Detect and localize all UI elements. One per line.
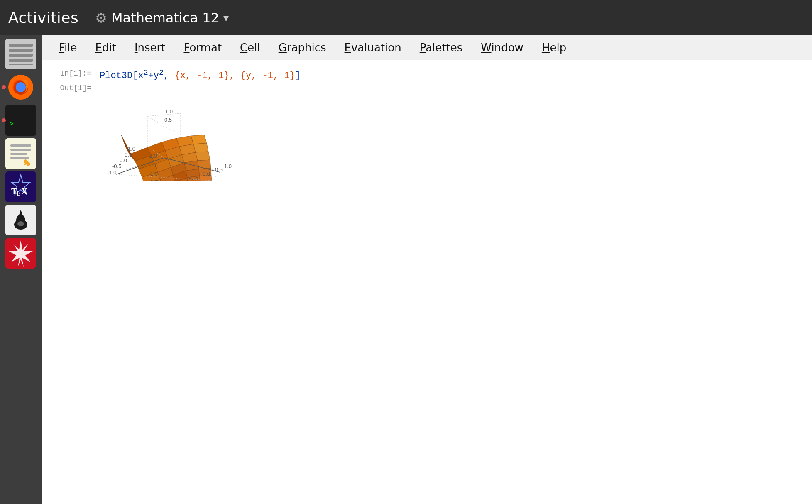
output-cell: Out[1]= xyxy=(54,83,800,182)
sidebar-icon-files[interactable] xyxy=(5,39,36,69)
menu-cell[interactable]: Cell xyxy=(231,38,269,57)
svg-text:1.0: 1.0 xyxy=(165,108,173,115)
svg-point-8 xyxy=(16,82,26,92)
svg-rect-2 xyxy=(9,49,33,52)
menu-file[interactable]: File xyxy=(50,38,86,57)
svg-text:-1.0: -1.0 xyxy=(107,169,116,176)
svg-text:2.0: 2.0 xyxy=(149,153,157,159)
app-title-bar: ⚙ Mathematica 12 ▾ xyxy=(95,10,229,26)
svg-text:_: _ xyxy=(10,111,14,120)
output-cell-label: Out[1]= xyxy=(54,83,91,92)
svg-text:1.5: 1.5 xyxy=(150,162,158,169)
svg-marker-43 xyxy=(193,143,208,152)
svg-rect-5 xyxy=(9,64,33,65)
notebook: In[1]:= Plot3D[x2+y2, {x, -1, 1}, {y, -1… xyxy=(42,60,812,504)
app-name-label[interactable]: Mathematica 12 xyxy=(111,10,219,26)
svg-line-93 xyxy=(164,127,181,134)
svg-text:X: X xyxy=(21,186,28,196)
svg-text:1.0: 1.0 xyxy=(128,146,135,152)
gear-icon: ⚙ xyxy=(95,10,107,26)
topbar: Activities ⚙ Mathematica 12 ▾ xyxy=(0,0,812,35)
input-cell: In[1]:= Plot3D[x2+y2, {x, -1, 1}, {y, -1… xyxy=(54,69,800,81)
svg-rect-13 xyxy=(10,144,31,147)
menu-evaluation[interactable]: Evaluation xyxy=(335,38,411,57)
plot3d-svg: 2.0 1.5 1.0 0.5 0.0 -0.5 0.0 0.5 1.0 -1.… xyxy=(100,85,232,181)
svg-text:1.0: 1.0 xyxy=(224,163,232,169)
svg-marker-38 xyxy=(191,135,207,144)
menu-help[interactable]: Help xyxy=(533,38,575,57)
svg-line-92 xyxy=(147,116,164,127)
activities-label[interactable]: Activities xyxy=(8,9,78,26)
sidebar-icon-notes[interactable] xyxy=(5,138,36,169)
svg-text:E: E xyxy=(17,190,21,197)
svg-text:-0.5: -0.5 xyxy=(112,163,121,169)
menu-window[interactable]: Window xyxy=(472,38,533,57)
menu-format[interactable]: Format xyxy=(174,38,231,57)
plot-output[interactable]: 2.0 1.5 1.0 0.5 0.0 -0.5 0.0 0.5 1.0 -1.… xyxy=(95,85,232,182)
menubar: File Edit Insert Format Cell Graphics Ev… xyxy=(42,35,812,60)
sidebar-icon-firefox[interactable] xyxy=(5,72,36,103)
svg-rect-14 xyxy=(10,149,31,151)
menu-palettes[interactable]: Palettes xyxy=(411,38,472,57)
svg-marker-53 xyxy=(198,160,211,169)
main-layout: _ >_ T xyxy=(0,35,812,504)
menu-insert[interactable]: Insert xyxy=(125,38,175,57)
svg-text:0.5: 0.5 xyxy=(215,166,223,173)
sidebar-icon-mathematica[interactable] xyxy=(5,238,36,269)
sidebar: _ >_ T xyxy=(0,35,42,504)
svg-line-96 xyxy=(212,172,220,181)
svg-rect-3 xyxy=(9,54,33,57)
sidebar-icon-inkscape[interactable] xyxy=(5,205,36,235)
sidebar-icon-texstudio[interactable]: T E X xyxy=(5,171,36,202)
svg-text:0.5: 0.5 xyxy=(125,152,132,158)
input-code: Plot3D[x2+y2, {x, -1, 1}, {y, -1, 1}] xyxy=(100,71,301,81)
svg-text:0.5: 0.5 xyxy=(150,179,158,181)
input-cell-content[interactable]: Plot3D[x2+y2, {x, -1, 1}, {y, -1, 1}] xyxy=(95,69,800,81)
svg-rect-4 xyxy=(9,59,33,62)
svg-point-28 xyxy=(17,221,24,226)
svg-text:0.0: 0.0 xyxy=(120,157,127,164)
content-area: File Edit Insert Format Cell Graphics Ev… xyxy=(42,35,812,504)
svg-text:0.0: 0.0 xyxy=(203,171,210,177)
menu-edit[interactable]: Edit xyxy=(86,38,125,57)
dropdown-arrow-icon[interactable]: ▾ xyxy=(223,12,229,24)
sidebar-icon-terminal[interactable]: _ >_ xyxy=(5,105,36,136)
svg-text:0.5: 0.5 xyxy=(164,117,172,123)
svg-marker-48 xyxy=(196,152,210,161)
menu-graphics[interactable]: Graphics xyxy=(269,38,335,57)
svg-rect-16 xyxy=(10,157,29,159)
input-cell-label: In[1]:= xyxy=(54,69,91,78)
svg-text:>_: >_ xyxy=(10,120,18,127)
svg-rect-15 xyxy=(10,153,27,155)
svg-rect-1 xyxy=(9,44,33,47)
svg-text:1.0: 1.0 xyxy=(150,171,158,177)
